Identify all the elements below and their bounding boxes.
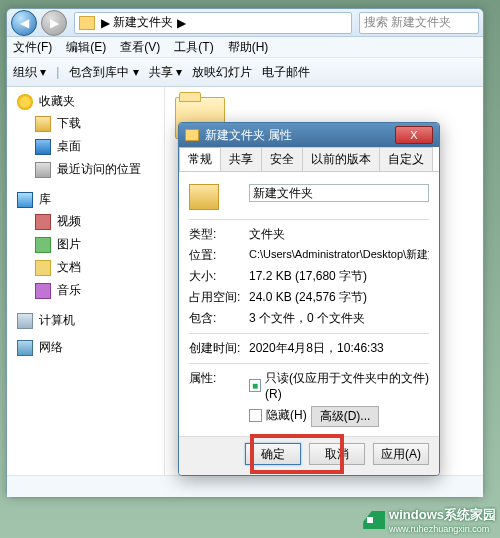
desktop-icon <box>35 139 51 155</box>
location-value: C:\Users\Administrator\Desktop\新建文件夹 <box>249 247 429 264</box>
size-value: 17.2 KB (17,680 字节) <box>249 268 429 285</box>
dialog-buttons: 确定 取消 应用(A) <box>179 436 439 475</box>
tab-share[interactable]: 共享 <box>220 147 262 171</box>
search-input[interactable]: 搜索 新建文件夹 <box>359 12 479 34</box>
folder-name-input[interactable] <box>249 184 429 202</box>
apply-button[interactable]: 应用(A) <box>373 443 429 465</box>
size-label: 大小: <box>189 268 249 285</box>
sidebar: 收藏夹 下载 桌面 最近访问的位置 库 视频 图片 文档 音乐 计算机 网络 <box>7 87 165 475</box>
advanced-button[interactable]: 高级(D)... <box>311 406 380 427</box>
sidebar-computer[interactable]: 计算机 <box>7 312 164 329</box>
sidebar-item-video[interactable]: 视频 <box>7 210 164 233</box>
nav-back-button[interactable]: ◀ <box>11 10 37 36</box>
house-icon <box>363 511 385 529</box>
created-value: 2020年4月8日，10:46:33 <box>249 340 429 357</box>
hidden-checkbox[interactable] <box>249 409 262 422</box>
explorer-titlebar: ◀ ▶ ▶ 新建文件夹 ▶ 搜索 新建文件夹 <box>7 9 483 37</box>
readonly-checkbox[interactable]: ■ <box>249 379 261 392</box>
download-icon <box>35 116 51 132</box>
sidebar-item-music[interactable]: 音乐 <box>7 279 164 302</box>
menu-file[interactable]: 文件(F) <box>13 39 52 56</box>
watermark: windows系统家园 www.ruhezhuangxin.com <box>363 506 496 534</box>
hidden-label: 隐藏(H) <box>266 407 307 424</box>
address-bar[interactable]: ▶ 新建文件夹 ▶ <box>74 12 352 34</box>
properties-title: 新建文件夹 属性 <box>205 127 395 144</box>
ok-button[interactable]: 确定 <box>245 443 301 465</box>
menubar: 文件(F) 编辑(E) 查看(V) 工具(T) 帮助(H) <box>7 37 483 57</box>
folder-icon <box>189 184 219 210</box>
search-placeholder: 搜索 新建文件夹 <box>364 14 451 31</box>
sidebar-favorites-head[interactable]: 收藏夹 <box>7 93 164 110</box>
menu-tools[interactable]: 工具(T) <box>174 39 213 56</box>
breadcrumb-sep2: ▶ <box>177 16 186 30</box>
readonly-label: 只读(仅应用于文件夹中的文件)(R) <box>265 370 429 401</box>
menu-help[interactable]: 帮助(H) <box>228 39 269 56</box>
breadcrumb: 新建文件夹 <box>113 14 173 31</box>
properties-tabs: 常规 共享 安全 以前的版本 自定义 <box>179 147 439 172</box>
watermark-text: windows系统家园 <box>389 506 496 524</box>
contains-value: 3 个文件，0 个文件夹 <box>249 310 429 327</box>
toolbar-email[interactable]: 电子邮件 <box>262 64 310 81</box>
folder-icon <box>79 16 95 30</box>
hidden-checkbox-row[interactable]: 隐藏(H) 高级(D)... <box>249 404 429 427</box>
readonly-checkbox-row[interactable]: ■ 只读(仅应用于文件夹中的文件)(R) <box>249 370 429 401</box>
toolbar: 组织 ▾ | 包含到库中 ▾ 共享 ▾ 放映幻灯片 电子邮件 <box>7 57 483 87</box>
cancel-button[interactable]: 取消 <box>309 443 365 465</box>
close-button[interactable]: X <box>395 126 433 144</box>
folder-icon <box>185 129 199 141</box>
type-label: 类型: <box>189 226 249 243</box>
sidebar-item-pictures[interactable]: 图片 <box>7 233 164 256</box>
document-icon <box>35 260 51 276</box>
created-label: 创建时间: <box>189 340 249 357</box>
computer-icon <box>17 313 33 329</box>
disk-label: 占用空间: <box>189 289 249 306</box>
tab-custom[interactable]: 自定义 <box>379 147 433 171</box>
toolbar-include[interactable]: 包含到库中 ▾ <box>69 64 138 81</box>
toolbar-share[interactable]: 共享 ▾ <box>149 64 182 81</box>
attributes-label: 属性: <box>189 370 249 427</box>
network-icon <box>17 340 33 356</box>
music-icon <box>35 283 51 299</box>
properties-titlebar[interactable]: 新建文件夹 属性 X <box>179 123 439 147</box>
menu-view[interactable]: 查看(V) <box>120 39 160 56</box>
library-icon <box>17 192 33 208</box>
watermark-url: www.ruhezhuangxin.com <box>389 524 496 534</box>
sidebar-item-downloads[interactable]: 下载 <box>7 112 164 135</box>
picture-icon <box>35 237 51 253</box>
type-value: 文件夹 <box>249 226 429 243</box>
tab-security[interactable]: 安全 <box>261 147 303 171</box>
sidebar-item-documents[interactable]: 文档 <box>7 256 164 279</box>
contains-label: 包含: <box>189 310 249 327</box>
star-icon <box>17 94 33 110</box>
properties-body: 类型:文件夹 位置:C:\Users\Administrator\Desktop… <box>179 172 439 436</box>
tab-general[interactable]: 常规 <box>179 147 221 171</box>
toolbar-organize[interactable]: 组织 ▾ <box>13 64 46 81</box>
location-label: 位置: <box>189 247 249 264</box>
statusbar <box>7 475 483 497</box>
menu-edit[interactable]: 编辑(E) <box>66 39 106 56</box>
nav-forward-button[interactable]: ▶ <box>41 10 67 36</box>
video-icon <box>35 214 51 230</box>
sidebar-network[interactable]: 网络 <box>7 339 164 356</box>
sidebar-item-recent[interactable]: 最近访问的位置 <box>7 158 164 181</box>
toolbar-slideshow[interactable]: 放映幻灯片 <box>192 64 252 81</box>
disk-value: 24.0 KB (24,576 字节) <box>249 289 429 306</box>
properties-dialog: 新建文件夹 属性 X 常规 共享 安全 以前的版本 自定义 类型:文件夹 位置:… <box>178 122 440 476</box>
recent-icon <box>35 162 51 178</box>
sidebar-libraries-head[interactable]: 库 <box>7 191 164 208</box>
breadcrumb-sep: ▶ <box>101 16 110 30</box>
sidebar-item-desktop[interactable]: 桌面 <box>7 135 164 158</box>
tab-previous-versions[interactable]: 以前的版本 <box>302 147 380 171</box>
